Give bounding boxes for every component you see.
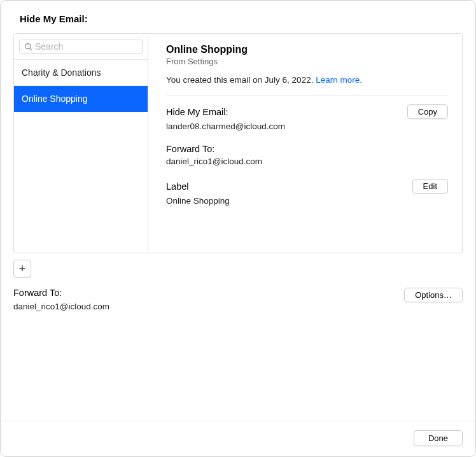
forward-section: Forward To: daniel_rico1@icloud.com Opti… [13,288,463,311]
divider [166,95,448,95]
detail-created-info: You created this email on July 6, 2022. … [166,75,448,85]
search-icon [24,42,32,51]
forward-to-value: daniel_rico1@icloud.com [166,157,448,166]
label-field-label: Label [166,181,188,192]
plus-icon: + [19,262,26,276]
svg-line-1 [29,48,31,50]
search-input[interactable] [35,41,138,52]
footer: Done [1,421,475,446]
list-item-label: Charity & Donations [22,67,101,78]
global-forward-value: daniel_rico1@icloud.com [13,302,109,311]
search-wrap [14,34,148,60]
sidebar: Charity & Donations Online Shopping [14,34,148,253]
label-field-value: Online Shopping [166,196,448,206]
created-text: You created this email on July 6, 2022. [166,75,316,85]
page-title: Hide My Email: [13,13,463,24]
detail-title: Online Shopping [166,44,448,55]
add-button[interactable]: + [13,260,31,278]
field-label: Label Edit Online Shopping [166,179,448,206]
list-item-label: Online Shopping [22,94,88,104]
below-panel: + Forward To: daniel_rico1@icloud.com Op… [13,260,463,311]
detail-panel: Online Shopping From Settings You create… [148,34,462,253]
hide-my-email-value: lander08.charmed@icloud.com [166,122,448,131]
list-item-online-shopping[interactable]: Online Shopping [14,86,148,112]
learn-more-link[interactable]: Learn more. [316,75,362,85]
forward-to-label: Forward To: [166,144,214,154]
main-panel: Charity & Donations Online Shopping Onli… [13,33,463,253]
field-hide-my-email: Hide My Email: Copy lander08.charmed@icl… [166,104,448,131]
list-item-charity[interactable]: Charity & Donations [14,60,148,86]
search-box[interactable] [19,39,143,54]
copy-button[interactable]: Copy [407,104,448,119]
done-button[interactable]: Done [414,430,463,446]
edit-button[interactable]: Edit [412,179,448,193]
hide-my-email-label: Hide My Email: [166,107,228,117]
detail-subtitle: From Settings [166,57,448,66]
alias-list: Charity & Donations Online Shopping [14,60,148,253]
svg-point-0 [25,43,30,48]
hide-my-email-window: Hide My Email: Charity & Donations [0,0,476,457]
options-button[interactable]: Options… [404,288,463,302]
field-forward-to: Forward To: daniel_rico1@icloud.com [166,144,448,166]
global-forward-label: Forward To: [13,288,109,298]
